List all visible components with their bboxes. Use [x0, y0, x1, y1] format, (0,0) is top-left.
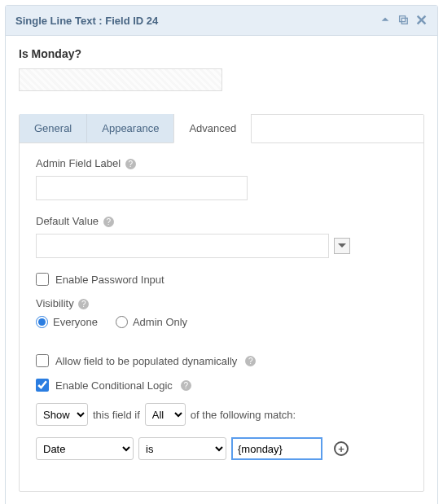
logic-sentence-row: Show this field if All of the following … [36, 403, 407, 426]
conditional-logic-row: Enable Conditional Logic ? [36, 379, 407, 392]
visibility-group: Visibility ? Everyone Admin Only [36, 297, 407, 328]
password-label: Enable Password Input [55, 274, 164, 286]
panel-header-actions: ✕ [379, 13, 428, 28]
field-label: Is Monday? [19, 47, 424, 60]
panel-body: Is Monday? General Appearance Advanced A… [6, 36, 437, 504]
merge-tag-button[interactable] [334, 238, 350, 254]
password-input-row: Enable Password Input [36, 273, 407, 286]
conditional-checkbox[interactable] [36, 379, 49, 392]
dynamic-populate-row: Allow field to be populated dynamically … [36, 354, 407, 367]
field-preview-input[interactable] [19, 68, 222, 91]
visibility-admin[interactable]: Admin Only [116, 316, 187, 328]
rule-field-select[interactable]: Date [36, 437, 134, 460]
default-value-input[interactable] [36, 234, 329, 258]
tabs-container: General Appearance Advanced Admin Field … [19, 114, 424, 492]
admin-label-group: Admin Field Label ? [36, 157, 407, 200]
visibility-everyone-radio[interactable] [36, 316, 48, 328]
logic-rule-row: Date is + [36, 437, 407, 460]
collapse-icon[interactable] [379, 14, 391, 28]
password-checkbox[interactable] [36, 273, 49, 286]
duplicate-icon[interactable] [397, 14, 409, 28]
help-icon[interactable]: ? [78, 299, 89, 309]
svg-rect-1 [401, 18, 407, 24]
tab-general[interactable]: General [20, 114, 87, 143]
svg-rect-0 [400, 15, 406, 21]
help-icon[interactable]: ? [181, 380, 191, 391]
logic-text-end: of the following match: [191, 409, 296, 421]
logic-action-select[interactable]: Show [36, 403, 88, 426]
tabs-row: General Appearance Advanced [20, 115, 423, 143]
logic-match-select[interactable]: All [145, 403, 186, 426]
default-value-label: Default Value ? [36, 215, 407, 227]
dynamic-label: Allow field to be populated dynamically [55, 355, 237, 367]
admin-label-input[interactable] [36, 176, 248, 200]
dynamic-checkbox[interactable] [36, 354, 49, 367]
visibility-everyone[interactable]: Everyone [36, 316, 98, 328]
panel-title: Single Line Text : Field ID 24 [15, 15, 379, 27]
panel-header: Single Line Text : Field ID 24 ✕ [6, 6, 437, 36]
visibility-label: Visibility ? [36, 297, 407, 309]
tab-spacer [252, 115, 423, 143]
tab-content-advanced: Admin Field Label ? Default Value ? Enab… [20, 142, 423, 491]
delete-icon[interactable]: ✕ [415, 13, 428, 28]
add-rule-button[interactable]: + [334, 441, 349, 456]
tab-advanced[interactable]: Advanced [173, 114, 252, 143]
rule-operator-select[interactable]: is [138, 437, 226, 460]
field-settings-panel: Single Line Text : Field ID 24 ✕ Is Mond… [5, 5, 438, 504]
visibility-admin-radio[interactable] [116, 316, 128, 328]
help-icon[interactable]: ? [125, 159, 136, 169]
conditional-label: Enable Conditional Logic [55, 379, 173, 392]
help-icon[interactable]: ? [245, 356, 256, 366]
help-icon[interactable]: ? [103, 217, 114, 227]
logic-text-mid: this field if [93, 409, 140, 421]
visibility-options: Everyone Admin Only [36, 316, 407, 328]
tab-appearance[interactable]: Appearance [86, 114, 174, 143]
admin-label-label: Admin Field Label ? [36, 157, 407, 169]
rule-value-input[interactable] [231, 437, 322, 460]
default-value-group: Default Value ? [36, 215, 407, 258]
